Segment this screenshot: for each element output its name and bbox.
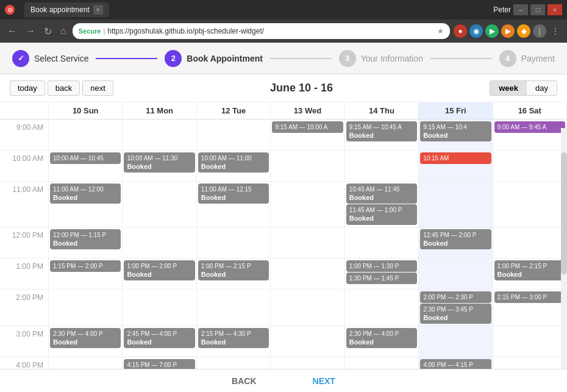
- event-sun-3pm[interactable]: 2:30 PM — 4:00 P Booked: [50, 328, 121, 348]
- event-fri-9am[interactable]: 9:15 AM — 10:4 Booked: [420, 121, 491, 141]
- event-fri-10am[interactable]: 10:15 AM: [420, 152, 491, 164]
- extension3-icon[interactable]: ▶: [501, 24, 515, 38]
- cell-tue-2pm: [197, 290, 271, 326]
- event-mon-3pm[interactable]: 2:45 PM — 4:00 P Booked: [124, 328, 194, 348]
- tab-title: Book appointment: [30, 5, 90, 14]
- time-row-12pm: 12:00 PM 12:00 PM — 1:15 P Booked 12:45 …: [0, 227, 567, 258]
- browser-refresh-button[interactable]: ↻: [41, 24, 54, 38]
- step4-number: 4: [505, 54, 510, 63]
- step2-number: 2: [171, 54, 176, 63]
- browser-back-button[interactable]: ←: [5, 24, 20, 38]
- event-sat-9am[interactable]: 9:00 AM — 9:45 A: [494, 121, 565, 133]
- day-view-button[interactable]: day: [527, 81, 557, 95]
- tab-close-button[interactable]: ×: [93, 5, 103, 15]
- event-thu-11am-1[interactable]: 10:45 AM — 11:45 Booked: [346, 184, 417, 204]
- browser-forward-button[interactable]: →: [23, 24, 38, 38]
- cell-sat-3pm: [493, 326, 567, 357]
- event-fri-12pm[interactable]: 12:45 PM — 2:00 P Booked: [420, 229, 491, 249]
- maximize-button[interactable]: □: [530, 4, 545, 15]
- cell-fri-4pm: 4:00 PM — 4:15 P: [419, 357, 493, 369]
- time-label-9am: 9:00 AM: [0, 119, 49, 150]
- step-2: 2 Book Appointment: [165, 50, 263, 67]
- step-4: 4 Payment: [499, 50, 555, 67]
- extension5-icon[interactable]: |: [533, 24, 546, 38]
- event-mon-1pm[interactable]: 1:00 PM — 2:00 P Booked: [124, 260, 194, 280]
- cal-nav-buttons: today back next: [10, 80, 113, 96]
- cell-wed-3pm: [271, 326, 344, 357]
- extension4-icon[interactable]: ◆: [517, 24, 530, 38]
- back-button[interactable]: back: [48, 80, 80, 96]
- scrollbar-thumb[interactable]: [561, 152, 567, 274]
- menu-icon[interactable]: ⋮: [549, 24, 562, 38]
- extension2-icon[interactable]: ▶: [485, 24, 499, 38]
- event-wed-9am[interactable]: 9:15 AM — 10:00 A: [272, 121, 343, 133]
- next-bottom-button[interactable]: NEXT: [303, 372, 345, 390]
- cell-sat-9am: 9:00 AM — 9:45 A: [493, 119, 567, 150]
- minimize-button[interactable]: –: [513, 4, 528, 15]
- header-sat: 16 Sat: [493, 102, 567, 119]
- event-thu-1pm-1[interactable]: 1:00 PM — 1:30 P: [346, 260, 417, 272]
- event-sat-1pm[interactable]: 1:00 PM — 2:15 P Booked: [494, 260, 565, 280]
- back-bottom-button[interactable]: BACK: [222, 372, 266, 390]
- event-sun-1pm[interactable]: 1:15 PM — 2:00 P: [50, 260, 121, 272]
- cell-thu-1pm: 1:00 PM — 1:30 P 1:30 PM — 1:45 P: [345, 258, 419, 289]
- step3-number: 3: [345, 54, 349, 63]
- event-tue-3pm[interactable]: 2:15 PM — 4:30 P Booked: [198, 328, 269, 348]
- step1-circle: ✓: [12, 50, 29, 67]
- next-button[interactable]: next: [82, 80, 113, 96]
- event-sun-10am[interactable]: 10:00 AM — 10:45: [50, 152, 121, 164]
- cell-sun-10am: 10:00 AM — 10:45: [49, 151, 123, 181]
- time-row-11am: 11:00 AM 11:00 AM — 12:00 Booked 11:00 A…: [0, 182, 567, 227]
- cell-thu-9am: 9:15 AM — 10:45 A Booked: [345, 119, 419, 150]
- browser-icons: ● ◉ ▶ ▶ ◆ | ⋮: [454, 24, 562, 38]
- event-tue-10am[interactable]: 10:00 AM — 11:00 Booked: [198, 152, 269, 173]
- event-thu-9am[interactable]: 9:15 AM — 10:45 A Booked: [346, 121, 417, 141]
- cell-tue-10am: 10:00 AM — 11:00 Booked: [197, 151, 271, 181]
- time-row-1pm: 1:00 PM 1:15 PM — 2:00 P 1:00 PM — 2:00 …: [0, 258, 567, 290]
- extension1-icon[interactable]: ◉: [469, 24, 483, 38]
- event-sun-12pm[interactable]: 12:00 PM — 1:15 P Booked: [50, 229, 121, 249]
- cell-sat-2pm: 2:15 PM — 3:00 P: [493, 290, 567, 326]
- today-button[interactable]: today: [10, 80, 45, 96]
- step1-number: ✓: [18, 54, 24, 63]
- cell-sat-10am: [493, 151, 567, 181]
- cell-mon-1pm: 1:00 PM — 2:00 P Booked: [123, 258, 196, 289]
- address-field[interactable]: Secure | https://pgoshulak.github.io/pbj…: [73, 23, 450, 39]
- cell-thu-12pm: [345, 227, 419, 258]
- week-view-button[interactable]: week: [490, 81, 527, 95]
- event-fri-2pm-2[interactable]: 2:30 PM — 3:45 P Booked: [420, 304, 491, 324]
- event-sat-2pm[interactable]: 2:15 PM — 3:00 P: [494, 291, 565, 303]
- record-icon[interactable]: ●: [454, 24, 467, 38]
- browser-home-button[interactable]: ⌂: [58, 24, 69, 38]
- separator: |: [103, 27, 105, 35]
- cell-tue-12pm: [197, 227, 271, 258]
- event-mon-10am[interactable]: 10:00 AM — 11:30 Booked: [124, 152, 194, 173]
- event-tue-11am[interactable]: 11:00 AM — 12:15 Booked: [198, 184, 269, 204]
- event-mon-4pm[interactable]: 4:15 PM — 7:00 P: [124, 359, 194, 369]
- user-name-label: Peter: [493, 5, 511, 14]
- event-thu-3pm[interactable]: 2:30 PM — 4:00 P Booked: [346, 328, 417, 348]
- cell-wed-1pm: [271, 258, 344, 289]
- time-label-2pm: 2:00 PM: [0, 290, 49, 326]
- scrollbar-track[interactable]: [561, 128, 567, 369]
- event-thu-1pm-2[interactable]: 1:30 PM — 1:45 P: [346, 273, 417, 284]
- close-window-button[interactable]: ×: [547, 4, 562, 15]
- active-tab[interactable]: Book appointment ×: [24, 2, 109, 17]
- time-label-4pm: 4:00 PM: [0, 357, 49, 369]
- event-fri-4pm[interactable]: 4:00 PM — 4:15 P: [420, 359, 491, 369]
- time-row-4pm: 4:00 PM 4:15 PM — 7:00 P 4:00 PM — 4:15 …: [0, 357, 567, 369]
- event-fri-2pm-1[interactable]: 2:00 PM — 2:30 P: [420, 291, 491, 303]
- event-sun-11am[interactable]: 11:00 AM — 12:00 Booked: [50, 184, 121, 204]
- event-tue-1pm[interactable]: 1:00 PM — 2:15 P Booked: [198, 260, 269, 280]
- star-icon[interactable]: ★: [437, 27, 444, 35]
- cell-thu-3pm: 2:30 PM — 4:00 P Booked: [345, 326, 419, 357]
- calendar-area: today back next June 10 - 16 week day 10…: [0, 74, 567, 369]
- cell-wed-4pm: [271, 357, 344, 369]
- step4-circle: 4: [499, 50, 516, 67]
- cell-wed-9am: 9:15 AM — 10:00 A: [271, 119, 344, 150]
- cell-fri-2pm: 2:00 PM — 2:30 P 2:30 PM — 3:45 P Booked: [419, 290, 493, 326]
- cell-fri-10am: 10:15 AM: [419, 151, 493, 181]
- event-thu-11am-2[interactable]: 11:45 AM — 1:00 P Booked: [346, 204, 417, 224]
- cell-mon-3pm: 2:45 PM — 4:00 P Booked: [123, 326, 196, 357]
- tab-area: Book appointment ×: [24, 2, 109, 17]
